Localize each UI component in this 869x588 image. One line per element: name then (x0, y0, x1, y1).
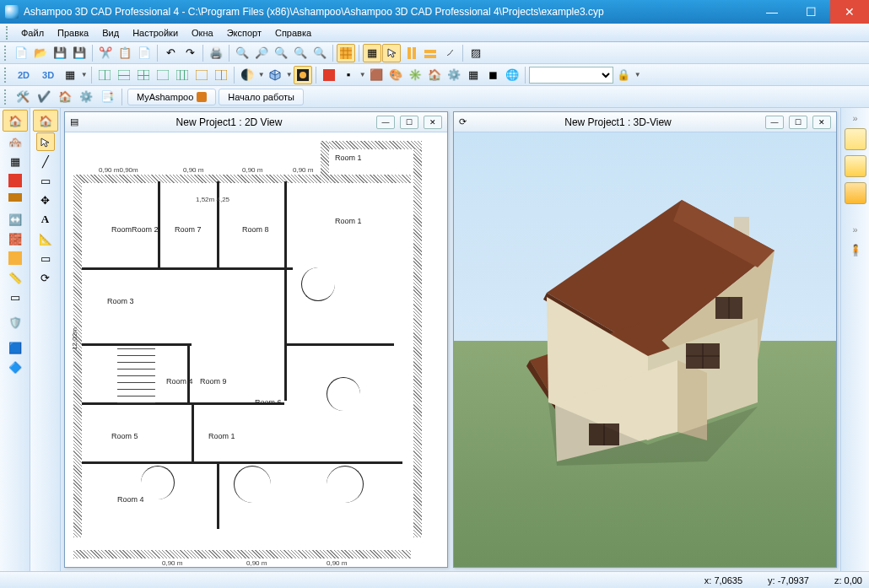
person-button[interactable]: 🧍 (845, 240, 866, 260)
obj-fan-button[interactable]: ✳️ (406, 66, 424, 84)
cube-view-button[interactable] (266, 66, 284, 84)
mode-3d-button[interactable]: 3D (36, 66, 60, 84)
menu-settings[interactable]: Настройки (126, 26, 185, 40)
expand-chevron-icon[interactable]: » (852, 224, 857, 235)
catalog-tab-3[interactable] (845, 182, 866, 204)
selection-combo[interactable] (529, 67, 613, 84)
zoom-out-button[interactable]: 🔎 (252, 44, 271, 62)
view-max-button[interactable]: ☐ (400, 116, 418, 129)
ruler-h-button[interactable] (421, 44, 440, 62)
save-button[interactable]: 💾 (51, 44, 69, 62)
brick-button[interactable]: 🧱 (6, 229, 24, 248)
cut-button[interactable]: ✂️ (96, 44, 115, 62)
layout-1-button[interactable] (95, 66, 114, 84)
view-preset-button[interactable]: ▦ (61, 66, 79, 84)
light-time-button[interactable]: 🌓 (238, 66, 256, 84)
toggle-grid-button[interactable] (337, 44, 355, 62)
menu-file[interactable]: Файл (14, 26, 51, 40)
obj-home-button[interactable]: 🏠 (425, 66, 444, 84)
move-tool-button[interactable]: ✥ (36, 191, 55, 209)
menu-edit[interactable]: Правка (51, 26, 95, 40)
undo-button[interactable]: ↶ (161, 44, 180, 62)
zoom-all-button[interactable]: 🔍 (310, 44, 329, 62)
layout-4-button[interactable] (154, 66, 172, 84)
wall-section-button[interactable] (6, 191, 24, 209)
obj-cube-button[interactable]: ◼ (483, 66, 502, 84)
expand-chevron-icon[interactable]: » (852, 113, 857, 123)
toolbar-handle[interactable] (4, 46, 8, 61)
layout-3-button[interactable] (134, 66, 153, 84)
floor-tool-button[interactable]: 🏠 (3, 110, 28, 132)
obj-roof-button[interactable]: 🟫 (367, 66, 386, 84)
obj-globe-button[interactable]: 🌐 (503, 66, 521, 84)
zoom-fit-button[interactable]: 🔍 (272, 44, 290, 62)
obj-gear-button[interactable]: ⚙️ (445, 66, 463, 84)
component-button[interactable]: 🔷 (6, 358, 24, 376)
view-close-button[interactable]: ✕ (424, 116, 442, 129)
tile-yellow-button[interactable] (6, 249, 24, 267)
window-close-button[interactable] (830, 0, 869, 24)
dropdown-arrow-icon[interactable]: ▼ (80, 71, 88, 78)
menu-windows[interactable]: Окна (185, 26, 220, 40)
menu-help[interactable]: Справка (268, 26, 318, 40)
ruler-tool-button[interactable]: 📏 (6, 268, 24, 287)
palette-button[interactable]: ▪ (339, 66, 358, 84)
view-titlebar-2d[interactable]: ▤ New Project1 : 2D View — ☐ ✕ (65, 112, 447, 132)
tool-layers-button[interactable]: 📑 (98, 88, 116, 106)
pointer-tool-button[interactable] (36, 132, 55, 151)
material-red-button[interactable] (6, 171, 24, 190)
dropdown-arrow-icon[interactable]: ▼ (257, 71, 265, 78)
select-mode-button[interactable]: 🏠 (33, 110, 58, 132)
menu-view[interactable]: Вид (95, 26, 126, 40)
layout-5-button[interactable] (173, 66, 192, 84)
tool-house-button[interactable]: 🏠 (56, 88, 74, 106)
dropdown-arrow-icon[interactable]: ▼ (359, 71, 366, 78)
window-maximize-button[interactable] (791, 0, 830, 24)
obj-grid-button[interactable]: ▦ (464, 66, 483, 84)
print-button[interactable]: 🖨️ (207, 44, 225, 62)
zoom-window-button[interactable]: 🔍 (291, 44, 310, 62)
view-titlebar-3d[interactable]: ⟳ New Project1 : 3D-View — ☐ ✕ (454, 112, 836, 132)
mode-2d-button[interactable]: 2D (12, 66, 35, 84)
paste-button[interactable]: 📄 (135, 44, 154, 62)
surface-button[interactable]: ▭ (6, 288, 24, 306)
dimension-button[interactable]: ↔️ (6, 210, 24, 229)
menu-export[interactable]: Экспорт (220, 26, 268, 40)
toolbar-handle[interactable] (4, 89, 8, 105)
window-minimize-button[interactable] (753, 0, 791, 24)
save-as-button[interactable]: 💾 (70, 44, 89, 62)
rect-tool-button[interactable]: ▭ (36, 249, 55, 267)
redo-button[interactable]: ↷ (181, 44, 199, 62)
rotate-tool-button[interactable]: ⟳ (36, 268, 55, 287)
lock-selection-button[interactable]: 🔒 (614, 66, 633, 84)
grid-view-button[interactable]: ▦ (6, 152, 24, 170)
toolbar-handle[interactable] (4, 67, 8, 83)
line-tool-button[interactable]: ╱ (36, 152, 55, 170)
tab-myashampoo[interactable]: MyAshampoo (127, 89, 216, 105)
ruler-v-button[interactable] (402, 44, 420, 62)
roof-tool-button[interactable]: 🏘️ (6, 132, 24, 151)
tool-wrench-button[interactable]: 🛠️ (13, 88, 32, 106)
layout-7-button[interactable] (212, 66, 230, 84)
grid-mode-button[interactable]: ▦ (363, 44, 381, 62)
obj-texture-button[interactable]: 🎨 (386, 66, 405, 84)
copy-button[interactable]: 📋 (116, 44, 134, 62)
cursor-button[interactable] (382, 44, 401, 62)
view-close-button[interactable]: ✕ (812, 116, 831, 129)
shield-tool-button[interactable]: 🛡️ (6, 313, 24, 332)
region-tool-button[interactable]: ▭ (36, 171, 55, 190)
tab-getting-started[interactable]: Начало работы (219, 89, 304, 105)
layout-2-button[interactable] (115, 66, 133, 84)
layout-6-button[interactable] (192, 66, 211, 84)
tool-opts-button[interactable]: ⚙️ (77, 88, 95, 106)
catalog-tab-2[interactable] (845, 155, 866, 177)
view-min-button[interactable]: — (376, 116, 395, 129)
tool-check-button[interactable]: ✔️ (35, 88, 53, 106)
text-tool-button[interactable]: A (36, 210, 55, 229)
view-body-2d[interactable]: Room 1 Room 1 RoomRoom 2 Room 3 Room 4 R… (65, 132, 447, 567)
layer-button[interactable]: ▨ (467, 44, 485, 62)
dropdown-arrow-icon[interactable]: ▼ (285, 71, 293, 78)
new-file-button[interactable]: 📄 (12, 44, 30, 62)
3d-object-button[interactable]: 🟦 (6, 338, 24, 357)
view-max-button[interactable]: ☐ (789, 116, 807, 129)
